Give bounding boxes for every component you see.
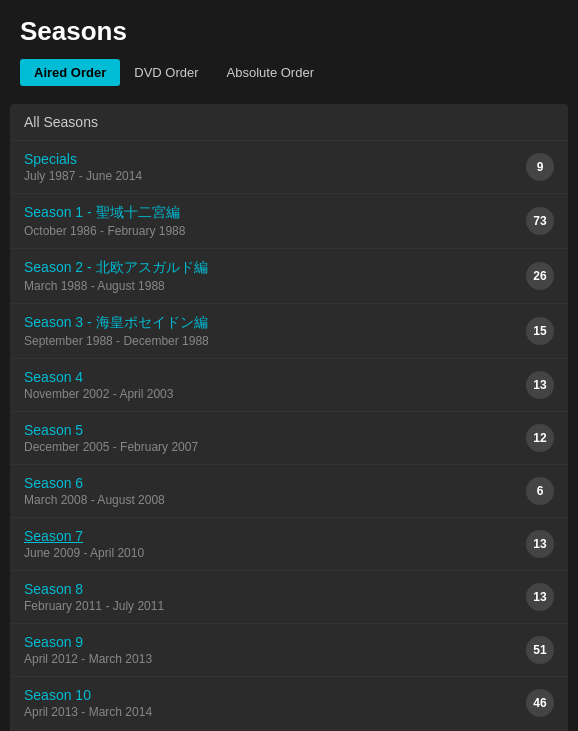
season-item[interactable]: SpecialsJuly 1987 - June 20149: [10, 141, 568, 194]
tab-bar: Aired OrderDVD OrderAbsolute Order: [20, 59, 558, 86]
tab-dvd-order[interactable]: DVD Order: [120, 59, 212, 86]
season-info: Season 4November 2002 - April 2003: [24, 369, 173, 401]
season-count-badge: 15: [526, 317, 554, 345]
season-dates: April 2012 - March 2013: [24, 652, 152, 666]
season-info: Season 6March 2008 - August 2008: [24, 475, 165, 507]
season-item[interactable]: Season 1 - 聖域十二宮編October 1986 - February…: [10, 194, 568, 249]
season-info: Season 1 - 聖域十二宮編October 1986 - February…: [24, 204, 185, 238]
season-count-badge: 13: [526, 530, 554, 558]
content-area: All Seasons SpecialsJuly 1987 - June 201…: [10, 104, 568, 731]
season-count-badge: 46: [526, 689, 554, 717]
season-name: Season 6: [24, 475, 165, 491]
season-info: SpecialsJuly 1987 - June 2014: [24, 151, 142, 183]
season-name: Season 3 - 海皇ポセイドン編: [24, 314, 209, 332]
season-name: Season 2 - 北欧アスガルド編: [24, 259, 208, 277]
season-info: Season 7June 2009 - April 2010: [24, 528, 144, 560]
season-info: Season 5December 2005 - February 2007: [24, 422, 198, 454]
page-title: Seasons: [20, 16, 558, 47]
season-dates: July 1987 - June 2014: [24, 169, 142, 183]
season-dates: March 2008 - August 2008: [24, 493, 165, 507]
season-dates: November 2002 - April 2003: [24, 387, 173, 401]
season-count-badge: 9: [526, 153, 554, 181]
seasons-list: SpecialsJuly 1987 - June 20149Season 1 -…: [10, 141, 568, 731]
tab-aired-order[interactable]: Aired Order: [20, 59, 120, 86]
season-info: Season 2 - 北欧アスガルド編March 1988 - August 1…: [24, 259, 208, 293]
season-dates: March 1988 - August 1988: [24, 279, 208, 293]
season-dates: June 2009 - April 2010: [24, 546, 144, 560]
season-item[interactable]: Season 7June 2009 - April 201013: [10, 518, 568, 571]
season-item[interactable]: Season 10April 2013 - March 201446: [10, 677, 568, 730]
season-item[interactable]: Season 6March 2008 - August 20086: [10, 465, 568, 518]
season-name: Season 9: [24, 634, 152, 650]
season-count-badge: 13: [526, 583, 554, 611]
season-item[interactable]: Season 9April 2012 - March 201351: [10, 624, 568, 677]
season-item[interactable]: Season 4November 2002 - April 200313: [10, 359, 568, 412]
season-item[interactable]: Season 3 - 海皇ポセイドン編September 1988 - Dece…: [10, 304, 568, 359]
season-name: Season 7: [24, 528, 144, 544]
season-count-badge: 26: [526, 262, 554, 290]
season-dates: September 1988 - December 1988: [24, 334, 209, 348]
season-item[interactable]: Season 5December 2005 - February 200712: [10, 412, 568, 465]
season-name: Season 8: [24, 581, 164, 597]
season-count-badge: 51: [526, 636, 554, 664]
season-item[interactable]: Season 2 - 北欧アスガルド編March 1988 - August 1…: [10, 249, 568, 304]
page-header: Seasons Aired OrderDVD OrderAbsolute Ord…: [0, 0, 578, 96]
tab-absolute-order[interactable]: Absolute Order: [213, 59, 328, 86]
season-info: Season 10April 2013 - March 2014: [24, 687, 152, 719]
season-name: Season 5: [24, 422, 198, 438]
season-dates: April 2013 - March 2014: [24, 705, 152, 719]
season-count-badge: 13: [526, 371, 554, 399]
season-name: Season 4: [24, 369, 173, 385]
season-dates: February 2011 - July 2011: [24, 599, 164, 613]
season-info: Season 9April 2012 - March 2013: [24, 634, 152, 666]
season-item[interactable]: Season 8February 2011 - July 201113: [10, 571, 568, 624]
season-name: Specials: [24, 151, 142, 167]
season-info: Season 8February 2011 - July 2011: [24, 581, 164, 613]
season-dates: December 2005 - February 2007: [24, 440, 198, 454]
season-count-badge: 6: [526, 477, 554, 505]
season-count-badge: 73: [526, 207, 554, 235]
section-header: All Seasons: [10, 104, 568, 141]
season-dates: October 1986 - February 1988: [24, 224, 185, 238]
season-info: Season 3 - 海皇ポセイドン編September 1988 - Dece…: [24, 314, 209, 348]
season-name: Season 10: [24, 687, 152, 703]
season-count-badge: 12: [526, 424, 554, 452]
season-name: Season 1 - 聖域十二宮編: [24, 204, 185, 222]
